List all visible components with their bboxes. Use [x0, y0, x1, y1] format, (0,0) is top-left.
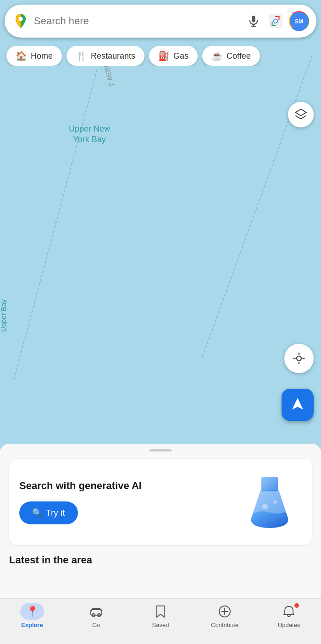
map-line-decoration: [13, 70, 97, 380]
nav-explore[interactable]: 📍 Explore: [0, 603, 64, 628]
coffee-icon: ☕: [211, 50, 223, 61]
nav-updates-label: Updates: [278, 622, 300, 628]
google-lens-icon[interactable]: [267, 12, 284, 30]
sheet-drag-handle[interactable]: [149, 449, 172, 451]
category-pills-bar: 🏠 Home 🍴 Restaurants ⛽ Gas ☕ Coffee: [0, 46, 321, 66]
pill-gas-label: Gas: [173, 51, 188, 61]
search-bar[interactable]: Search here SM: [5, 5, 316, 38]
start-navigation-button[interactable]: [282, 389, 314, 421]
pill-coffee[interactable]: ☕ Coffee: [202, 46, 260, 66]
svg-rect-14: [261, 477, 278, 491]
pill-home[interactable]: 🏠 Home: [6, 46, 62, 66]
svg-rect-1: [252, 16, 255, 22]
explore-icon: 📍: [20, 603, 44, 620]
svg-point-16: [273, 500, 277, 504]
svg-text:SM: SM: [295, 18, 303, 25]
pill-restaurants[interactable]: 🍴 Restaurants: [66, 46, 144, 66]
updates-badge: [294, 603, 299, 608]
nav-contribute[interactable]: Contribute: [193, 603, 257, 628]
pill-home-label: Home: [31, 51, 53, 61]
nav-go[interactable]: Go: [64, 603, 128, 628]
home-icon: 🏠: [16, 50, 27, 61]
ai-card-title: Search with generative AI: [19, 479, 238, 493]
map-line-decoration-2: [202, 55, 312, 357]
go-icon: [84, 603, 108, 620]
try-it-label: Try it: [46, 508, 65, 518]
microphone-icon[interactable]: [245, 12, 262, 30]
nav-explore-label: Explore: [21, 622, 43, 628]
nav-contribute-label: Contribute: [211, 622, 238, 628]
pill-restaurants-label: Restaurants: [91, 51, 135, 61]
nav-updates[interactable]: Updates: [257, 603, 321, 628]
updates-icon: [277, 603, 301, 620]
svg-point-9: [297, 356, 301, 361]
gas-icon: ⛽: [158, 50, 170, 61]
restaurant-icon: 🍴: [76, 50, 87, 61]
pill-gas[interactable]: ⛽ Gas: [149, 46, 198, 66]
svg-marker-8: [295, 109, 306, 116]
map-bay-label: Upper NewYork Bay: [69, 124, 110, 145]
nav-saved[interactable]: Saved: [128, 603, 193, 628]
svg-point-15: [262, 504, 268, 509]
bottom-navigation: 📍 Explore Go Saved Co: [0, 598, 321, 644]
nav-saved-label: Saved: [152, 622, 169, 628]
map-view[interactable]: NEW J Upper NewYork Bay Upper Bay: [0, 0, 321, 449]
map-road-label: NEW J: [103, 64, 116, 87]
ai-search-card: Search with generative AI 🔍 Try it: [9, 459, 312, 545]
google-maps-logo-icon: [12, 12, 29, 30]
user-avatar[interactable]: SM: [289, 11, 309, 31]
map-side-label: Upper Bay: [0, 299, 7, 332]
svg-point-0: [18, 17, 23, 22]
layers-button[interactable]: [288, 102, 314, 127]
search-action-icons: SM: [245, 11, 309, 31]
pill-coffee-label: Coffee: [227, 51, 251, 61]
search-icon: 🔍: [32, 508, 42, 518]
search-placeholder-text: Search here: [34, 15, 245, 27]
my-location-button[interactable]: [284, 344, 314, 373]
contribute-icon: [213, 603, 237, 620]
latest-in-area-section: Latest in the area: [0, 545, 321, 566]
saved-icon: [149, 603, 172, 620]
try-it-button[interactable]: 🔍 Try it: [19, 501, 78, 524]
ai-flask-illustration: [238, 470, 302, 534]
ai-card-content: Search with generative AI 🔍 Try it: [19, 479, 238, 525]
nav-go-label: Go: [92, 622, 100, 628]
latest-section-title: Latest in the area: [9, 554, 312, 566]
